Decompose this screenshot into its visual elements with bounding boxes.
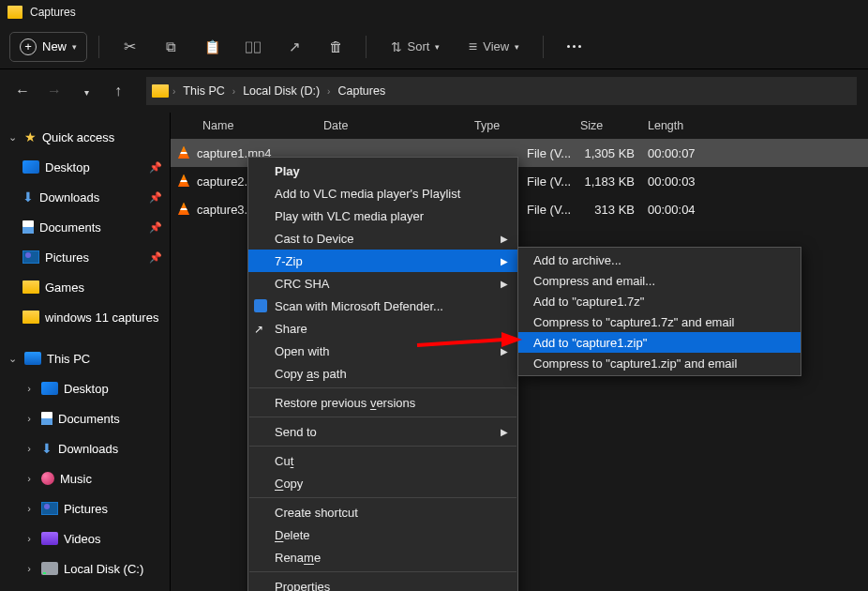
ctx-play-vlc[interactable]: Play with VLC media player bbox=[248, 205, 517, 227]
sidebar-item-documents[interactable]: › Documents bbox=[0, 403, 170, 433]
context-menu: Play Add to VLC media player's Playlist … bbox=[247, 157, 518, 591]
ctx-cut[interactable]: Cut bbox=[248, 449, 517, 472]
chevron-down-icon[interactable]: ⌄ bbox=[6, 353, 19, 365]
ctx-copy-as-path[interactable]: Copy as path bbox=[248, 362, 517, 385]
breadcrumb-item[interactable]: Local Disk (D:) bbox=[239, 84, 323, 98]
sidebar-this-pc[interactable]: ⌄ This PC bbox=[0, 343, 170, 373]
column-size[interactable]: Size bbox=[576, 119, 644, 132]
window-title: Captures bbox=[30, 6, 76, 19]
sub-compress-email[interactable]: Compress and email... bbox=[518, 270, 801, 291]
chevron-right-icon: › bbox=[327, 86, 330, 97]
sidebar-item-games[interactable]: Games bbox=[0, 272, 170, 302]
ctx-label: Copy bbox=[275, 477, 303, 491]
paste-button[interactable]: 📋 bbox=[193, 32, 231, 62]
sort-icon: ⇅ bbox=[391, 39, 402, 54]
sub-add-zip[interactable]: Add to "capture1.zip" bbox=[518, 332, 801, 353]
separator bbox=[98, 36, 99, 58]
ctx-delete[interactable]: Delete bbox=[248, 523, 517, 546]
rename-button[interactable]: ⌷⌷ bbox=[234, 32, 272, 62]
chevron-right-icon[interactable]: › bbox=[22, 473, 36, 484]
column-length[interactable]: Length bbox=[644, 119, 756, 132]
sub-add-7z[interactable]: Add to "capture1.7z" bbox=[518, 291, 801, 311]
breadcrumb-item[interactable]: This PC bbox=[179, 84, 228, 98]
share-button[interactable]: ↗ bbox=[276, 32, 313, 62]
sort-button[interactable]: ⇅ Sort ▾ bbox=[378, 32, 453, 62]
sidebar-label: This PC bbox=[47, 352, 90, 366]
delete-button[interactable]: 🗑 bbox=[317, 32, 354, 62]
sidebar-item-label: Videos bbox=[64, 532, 101, 546]
more-button[interactable] bbox=[555, 32, 592, 62]
ctx-crc-sha[interactable]: CRC SHA ▶ bbox=[248, 272, 517, 295]
sidebar-item-label: Local Disk (C:) bbox=[64, 562, 143, 576]
ctx-cast-to-device[interactable]: Cast to Device ▶ bbox=[248, 227, 517, 250]
sidebar-item-desktop[interactable]: › Desktop bbox=[0, 373, 170, 403]
sidebar-item-documents[interactable]: Documents 📌 bbox=[0, 212, 170, 242]
vlc-icon bbox=[176, 174, 191, 189]
column-date[interactable]: Date bbox=[320, 119, 471, 132]
nav-row: ← → ▾ ↑ › This PC › Local Disk (D:) › Ca… bbox=[0, 69, 868, 113]
forward-button[interactable]: → bbox=[43, 83, 66, 99]
chevron-right-icon: ▶ bbox=[501, 427, 508, 437]
folder-icon bbox=[7, 6, 22, 19]
copy-button[interactable]: ⧉ bbox=[152, 32, 189, 62]
ctx-rename[interactable]: Rename bbox=[248, 546, 517, 568]
sidebar-item-label: Downloads bbox=[58, 442, 118, 456]
ctx-defender-scan[interactable]: Scan with Microsoft Defender... bbox=[248, 295, 517, 317]
trash-icon: 🗑 bbox=[329, 38, 343, 54]
ctx-open-with[interactable]: Open with ▶ bbox=[248, 340, 517, 362]
sidebar-item-local-disk-c[interactable]: › Local Disk (C:) bbox=[0, 553, 170, 583]
copy-icon: ⧉ bbox=[166, 38, 176, 55]
ctx-7zip[interactable]: 7-Zip ▶ bbox=[248, 250, 517, 272]
sidebar-item-pictures[interactable]: › Pictures bbox=[0, 493, 170, 523]
folder-icon bbox=[152, 84, 169, 98]
ctx-label: CRC SHA bbox=[275, 277, 330, 291]
chevron-down-icon: ▾ bbox=[435, 42, 440, 52]
sidebar-item-downloads[interactable]: ⬇ Downloads 📌 bbox=[0, 182, 170, 212]
sidebar-item-captures[interactable]: windows 11 captures bbox=[0, 302, 170, 332]
plus-icon: + bbox=[20, 38, 37, 55]
ctx-label: Properties bbox=[275, 580, 330, 592]
new-button[interactable]: + New ▾ bbox=[9, 32, 87, 62]
ctx-label: Delete bbox=[275, 528, 310, 542]
ellipsis-icon bbox=[567, 45, 581, 48]
chevron-right-icon[interactable]: › bbox=[22, 383, 36, 394]
vlc-icon bbox=[176, 203, 191, 217]
sidebar-item-pictures[interactable]: Pictures 📌 bbox=[0, 242, 170, 272]
chevron-right-icon[interactable]: › bbox=[22, 533, 36, 544]
sub-compress-zip-email[interactable]: Compress to "capture1.zip" and email bbox=[518, 353, 801, 373]
breadcrumb-item[interactable]: Captures bbox=[334, 84, 389, 98]
column-name[interactable]: Name bbox=[171, 119, 320, 132]
up-level-button[interactable]: ↑ bbox=[107, 83, 129, 99]
chevron-right-icon[interactable]: › bbox=[22, 443, 36, 454]
ctx-send-to[interactable]: Send to ▶ bbox=[248, 420, 517, 443]
ctx-label: Cast to Device bbox=[275, 232, 354, 246]
ctx-add-vlc-playlist[interactable]: Add to VLC media player's Playlist bbox=[248, 182, 517, 205]
ctx-play[interactable]: Play bbox=[248, 159, 517, 182]
separator bbox=[249, 571, 516, 572]
chevron-right-icon: › bbox=[172, 86, 175, 97]
ctx-create-shortcut[interactable]: Create shortcut bbox=[248, 501, 517, 523]
ctx-label: Restore previous versions bbox=[275, 396, 415, 410]
back-button[interactable]: ← bbox=[11, 83, 34, 99]
ctx-restore-versions[interactable]: Restore previous versions bbox=[248, 391, 517, 414]
breadcrumb[interactable]: › This PC › Local Disk (D:) › Captures bbox=[146, 77, 857, 105]
chevron-down-icon[interactable]: ⌄ bbox=[6, 131, 19, 144]
chevron-right-icon[interactable]: › bbox=[22, 563, 36, 574]
column-type[interactable]: Type bbox=[471, 119, 576, 132]
view-button[interactable]: ≡ View ▾ bbox=[456, 32, 531, 62]
sidebar-item-videos[interactable]: › Videos bbox=[0, 523, 170, 553]
chevron-right-icon[interactable]: › bbox=[22, 413, 36, 424]
ctx-properties[interactable]: Properties bbox=[248, 575, 517, 591]
sidebar-quick-access[interactable]: ⌄ ★ Quick access bbox=[0, 122, 170, 152]
ctx-share[interactable]: Share bbox=[248, 317, 517, 340]
ctx-copy[interactable]: Copy bbox=[248, 472, 517, 494]
sidebar-item-downloads[interactable]: › ⬇ Downloads bbox=[0, 433, 170, 463]
sidebar-item-desktop[interactable]: Desktop 📌 bbox=[0, 152, 170, 182]
sidebar-item-music[interactable]: › Music bbox=[0, 463, 170, 493]
sub-add-archive[interactable]: Add to archive... bbox=[518, 250, 801, 270]
chevron-right-icon[interactable]: › bbox=[22, 503, 36, 514]
cut-button[interactable]: ✂ bbox=[111, 32, 148, 62]
sub-compress-7z-email[interactable]: Compress to "capture1.7z" and email bbox=[518, 311, 801, 332]
up-button[interactable]: ▾ bbox=[75, 83, 97, 99]
folder-icon bbox=[22, 280, 39, 294]
